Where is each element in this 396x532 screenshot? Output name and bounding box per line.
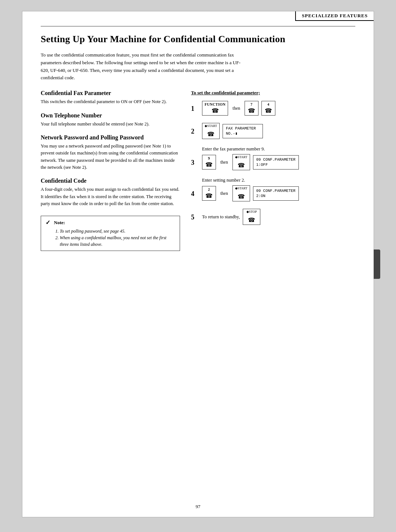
step-3-instruction: Enter the fax parameter number 9. bbox=[202, 146, 355, 152]
step-2: 2 ◆START ☎ FAX PARAMETER NO.-▮ bbox=[191, 123, 355, 139]
key-2: 2 ☎ bbox=[202, 186, 216, 201]
step-4: Enter setting number 2. 4 2 ☎ then ◆STAR… bbox=[191, 178, 355, 201]
step-4-keys: 4 2 ☎ then ◆START ☎ 09 CONF.PARAMETER 2:… bbox=[191, 185, 355, 201]
function-key: FUNCTION ☎ bbox=[202, 101, 228, 116]
right-column: To set the confidential parameter; 1 FUN… bbox=[191, 90, 355, 232]
section-title-1: Own Telephone Number bbox=[41, 112, 180, 119]
step-1: 1 FUNCTION ☎ then 7 ☎ 4 ☎ bbox=[191, 101, 355, 116]
page: SPECIALIZED FEATURES Setting Up Your Mac… bbox=[22, 11, 374, 517]
step-5: 5 To return to standby, ◆STOP ☎ bbox=[191, 209, 355, 225]
key-7: 7 ☎ bbox=[245, 101, 258, 116]
section-text-0: This switches the confidential parameter… bbox=[41, 98, 180, 105]
display-4: 09 CONF.PARAMETER 2:ON bbox=[253, 186, 299, 201]
note-item-0: To set polling password, see page 45. bbox=[60, 228, 175, 234]
page-title: Setting Up Your Machine for Confidential… bbox=[41, 34, 355, 45]
key-9: 9 ☎ bbox=[202, 155, 216, 170]
display-3: 09 CONF.PARAMETER 1:OFF bbox=[253, 155, 299, 170]
step-number-4: 4 bbox=[191, 190, 199, 198]
note-title: Note: bbox=[54, 219, 175, 227]
step-5-instruction: To return to standby, bbox=[202, 214, 240, 220]
start-key-2: ◆START ☎ bbox=[202, 123, 220, 139]
section-text-3: A four-digit code, which you must assign… bbox=[41, 186, 180, 207]
step-2-keys: 2 ◆START ☎ FAX PARAMETER NO.-▮ bbox=[191, 123, 355, 139]
step-1-keys: 1 FUNCTION ☎ then 7 ☎ 4 ☎ bbox=[191, 101, 355, 116]
section-text-2: You may use a network password and polli… bbox=[41, 143, 180, 171]
step-number-2: 2 bbox=[191, 128, 199, 135]
step-3-keys: 3 9 ☎ then ◆START ☎ 09 CONF.PARAMETER 1:… bbox=[191, 154, 355, 170]
header-title: SPECIALIZED FEATURES bbox=[295, 11, 374, 21]
then-text-4: then bbox=[220, 191, 228, 196]
note-box: ✓ Note: To set polling password, see pag… bbox=[41, 216, 180, 251]
start-key-4: ◆START ☎ bbox=[232, 185, 250, 201]
left-column: Confidential Fax Parameter This switches… bbox=[41, 90, 180, 251]
step-5-keys: 5 To return to standby, ◆STOP ☎ bbox=[191, 209, 355, 225]
step-number-3: 3 bbox=[191, 159, 199, 167]
right-tab bbox=[374, 249, 380, 279]
start-key-3: ◆START ☎ bbox=[232, 154, 250, 170]
stop-key: ◆STOP ☎ bbox=[243, 209, 260, 225]
step-3: Enter the fax parameter number 9. 3 9 ☎ … bbox=[191, 146, 355, 170]
section-title-0: Confidential Fax Parameter bbox=[41, 90, 180, 96]
steps-label: To set the confidential parameter; bbox=[191, 90, 355, 96]
then-text-3: then bbox=[220, 160, 228, 165]
note-check-icon: ✓ bbox=[45, 219, 50, 226]
intro-text: To use the confidential communication fe… bbox=[41, 51, 246, 82]
note-list: To set polling password, see page 45. Wh… bbox=[60, 228, 175, 248]
note-content: Note: To set polling password, see page … bbox=[54, 219, 175, 248]
section-title-3: Confidential Code bbox=[41, 178, 180, 184]
step-number-1: 1 bbox=[191, 105, 199, 113]
step-number-5: 5 bbox=[191, 214, 199, 221]
key-4: 4 ☎ bbox=[261, 101, 275, 116]
display-2: FAX PARAMETER NO.-▮ bbox=[223, 124, 263, 138]
page-number: 97 bbox=[22, 504, 374, 510]
step-4-instruction: Enter setting number 2. bbox=[202, 178, 355, 183]
two-column-layout: Confidential Fax Parameter This switches… bbox=[41, 90, 355, 251]
note-item-1: When using a confidential mailbox, you n… bbox=[60, 234, 175, 248]
section-title-2: Network Password and Polling Password bbox=[41, 134, 180, 141]
then-text-1: then bbox=[232, 106, 240, 111]
section-text-1: Your full telephone number should be ent… bbox=[41, 121, 180, 128]
